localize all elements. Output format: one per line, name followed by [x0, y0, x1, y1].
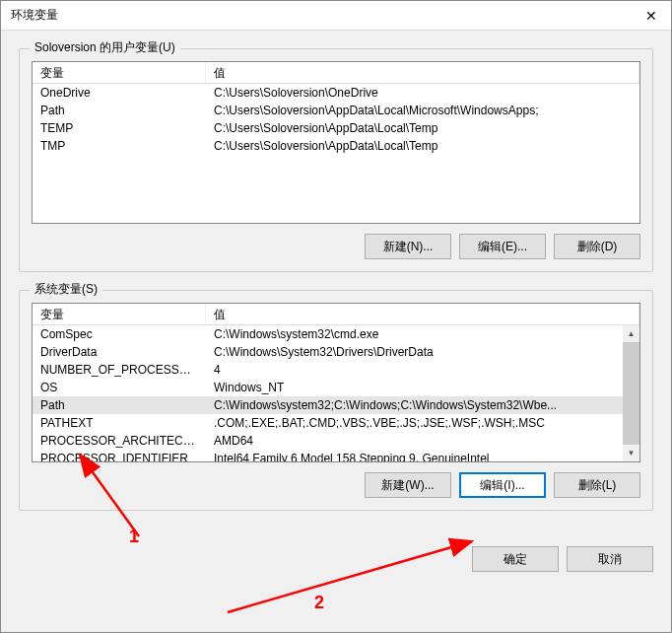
table-row[interactable]: TEMPC:\Users\Soloversion\AppData\Local\T… [33, 119, 639, 137]
dialog-title: 环境变量 [11, 7, 58, 24]
user-vars-group: Soloversion 的用户变量(U) 变量 值 OneDriveC:\Use… [19, 48, 653, 272]
table-row[interactable]: PathC:\Users\Soloversion\AppData\Local\M… [33, 102, 639, 119]
cell-name: TMP [33, 139, 206, 153]
col-header-name[interactable]: 变量 [33, 62, 206, 83]
annotation-label-1: 1 [129, 527, 139, 547]
cell-name: ComSpec [33, 327, 206, 341]
cell-value: AMD64 [206, 434, 639, 448]
cell-name: PATHEXT [33, 416, 206, 430]
user-new-button[interactable]: 新建(N)... [365, 234, 451, 259]
table-header: 变量 值 [33, 304, 639, 325]
table-header: 变量 值 [33, 62, 639, 84]
user-table-body: OneDriveC:\Users\Soloversion\OneDrivePat… [33, 84, 639, 155]
table-row[interactable]: OSWindows_NT [33, 379, 639, 396]
col-header-name[interactable]: 变量 [33, 304, 206, 324]
cell-value: C:\Users\Soloversion\AppData\Local\Temp [206, 121, 639, 135]
cell-value: C:\Windows\system32\cmd.exe [206, 327, 639, 341]
cell-value: 4 [206, 363, 639, 377]
cancel-button[interactable]: 取消 [567, 546, 653, 572]
cell-name: NUMBER_OF_PROCESSORS [33, 363, 206, 377]
footer-buttons: 确定 取消 [1, 546, 671, 590]
cell-name: OneDrive [33, 86, 206, 100]
table-row[interactable]: PathC:\Windows\system32;C:\Windows;C:\Wi… [33, 396, 639, 414]
user-vars-table[interactable]: 变量 值 OneDriveC:\Users\Soloversion\OneDri… [32, 61, 640, 224]
table-row[interactable]: PATHEXT.COM;.EXE;.BAT;.CMD;.VBS;.VBE;.JS… [33, 414, 639, 432]
user-edit-button[interactable]: 编辑(E)... [459, 234, 546, 259]
cell-name: Path [33, 398, 206, 412]
cell-value: C:\Users\Soloversion\OneDrive [206, 86, 639, 100]
env-vars-dialog: 环境变量 ✕ Soloversion 的用户变量(U) 变量 值 OneDriv… [0, 0, 672, 633]
system-button-row: 新建(W)... 编辑(I)... 删除(L) [32, 472, 640, 498]
table-row[interactable]: NUMBER_OF_PROCESSORS4 [33, 361, 639, 379]
scrollbar-track[interactable] [623, 342, 639, 445]
table-row[interactable]: PROCESSOR_IDENTIFIERIntel64 Family 6 Mod… [33, 450, 639, 462]
cell-value: C:\Windows\System32\Drivers\DriverData [206, 345, 639, 359]
table-row[interactable]: TMPC:\Users\Soloversion\AppData\Local\Te… [33, 137, 639, 155]
system-vars-label: 系统变量(S) [30, 281, 102, 298]
system-edit-button[interactable]: 编辑(I)... [459, 472, 546, 498]
cell-value: Intel64 Family 6 Model 158 Stepping 9, G… [206, 452, 639, 462]
user-button-row: 新建(N)... 编辑(E)... 删除(D) [32, 234, 640, 259]
table-row[interactable]: DriverDataC:\Windows\System32\Drivers\Dr… [33, 343, 639, 361]
col-header-value[interactable]: 值 [206, 304, 639, 324]
dialog-content: Soloversion 的用户变量(U) 变量 值 OneDriveC:\Use… [1, 31, 671, 546]
system-new-button[interactable]: 新建(W)... [365, 472, 451, 498]
cell-value: C:\Windows\system32;C:\Windows;C:\Window… [206, 398, 639, 412]
system-vars-group: 系统变量(S) 变量 值 ComSpecC:\Windows\system32\… [19, 290, 653, 511]
cell-name: Path [33, 104, 206, 117]
close-icon[interactable]: ✕ [641, 8, 661, 24]
system-vars-table[interactable]: 变量 值 ComSpecC:\Windows\system32\cmd.exeD… [32, 303, 640, 462]
scrollbar-thumb[interactable] [623, 342, 639, 445]
cell-name: DriverData [33, 345, 206, 359]
scroll-up-icon[interactable]: ▲ [623, 325, 639, 342]
cell-value: C:\Users\Soloversion\AppData\Local\Temp [206, 139, 639, 153]
cell-name: PROCESSOR_IDENTIFIER [33, 452, 206, 462]
cell-name: OS [33, 381, 206, 394]
col-header-value[interactable]: 值 [206, 62, 639, 83]
table-row[interactable]: PROCESSOR_ARCHITECTUREAMD64 [33, 432, 639, 450]
cell-name: TEMP [33, 121, 206, 135]
cell-value: .COM;.EXE;.BAT;.CMD;.VBS;.VBE;.JS;.JSE;.… [206, 416, 639, 430]
cell-value: Windows_NT [206, 381, 639, 394]
annotation-label-2: 2 [314, 593, 324, 613]
cell-name: PROCESSOR_ARCHITECTURE [33, 434, 206, 448]
user-vars-label: Soloversion 的用户变量(U) [30, 39, 180, 56]
system-table-body: ComSpecC:\Windows\system32\cmd.exeDriver… [33, 325, 639, 462]
table-row[interactable]: OneDriveC:\Users\Soloversion\OneDrive [33, 84, 639, 102]
system-delete-button[interactable]: 删除(L) [554, 472, 640, 498]
table-row[interactable]: ComSpecC:\Windows\system32\cmd.exe [33, 325, 639, 343]
user-delete-button[interactable]: 删除(D) [554, 234, 640, 259]
titlebar: 环境变量 ✕ [1, 1, 671, 31]
cell-value: C:\Users\Soloversion\AppData\Local\Micro… [206, 104, 639, 117]
ok-button[interactable]: 确定 [472, 546, 559, 572]
scroll-down-icon[interactable]: ▼ [623, 445, 639, 461]
